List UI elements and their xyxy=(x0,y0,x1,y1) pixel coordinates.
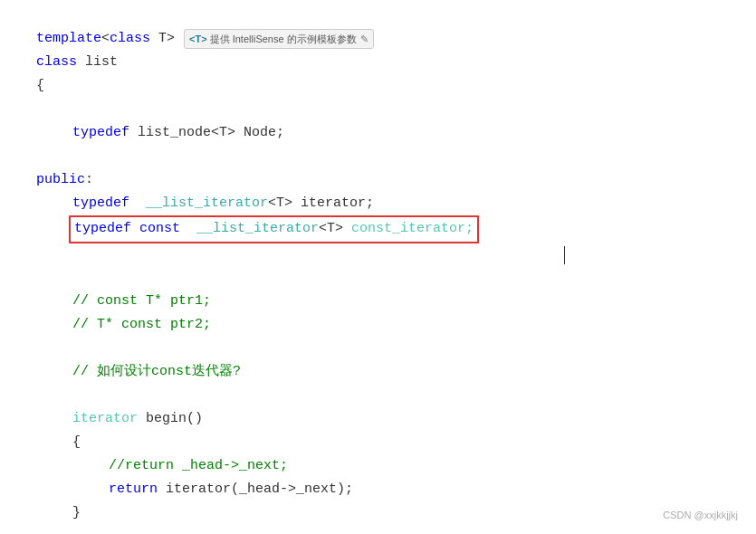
line-comment-return: //return _head->_next; xyxy=(36,455,738,479)
line-return-iterator: return iterator(_head->_next); xyxy=(36,479,738,502)
highlighted-typedef-const: typedef const __list_iterator <T> const_… xyxy=(69,215,479,243)
editor-container: template<class T> <T> 提供 IntelliSense 的示… xyxy=(0,0,756,534)
line-open-brace-outer: { xyxy=(36,74,738,98)
line-empty-4 xyxy=(36,338,738,361)
kw-class: class xyxy=(36,52,77,74)
class-name: list xyxy=(77,52,118,74)
line-public: public: xyxy=(36,168,738,192)
badge-T-label: <T> xyxy=(189,31,207,47)
edit-icon: ✎ xyxy=(360,31,368,47)
line-cursor-indicator xyxy=(36,243,738,267)
badge-text: 提供 IntelliSense 的示例模板参数 xyxy=(210,31,357,47)
line-iterator-begin: iterator begin() xyxy=(36,408,738,432)
line-typedef-iterator: typedef __list_iterator <T> iterator; xyxy=(36,192,738,215)
line-class-list: class list xyxy=(36,51,738,74)
line-typedef-node: typedef list_node <T> Node; xyxy=(36,121,738,145)
watermark: CSDN @xxjkkjjkj xyxy=(663,510,738,520)
line-template: template<class T> <T> 提供 IntelliSense 的示… xyxy=(36,27,738,51)
intellisense-badge[interactable]: <T> 提供 IntelliSense 的示例模板参数 ✎ xyxy=(184,29,374,49)
line-empty-5 xyxy=(36,385,738,408)
line-empty-1 xyxy=(36,98,738,121)
line-open-brace-begin: { xyxy=(36,432,738,455)
line-empty-2 xyxy=(36,145,738,168)
line-comment-chinese: // 如何设计const迭代器? xyxy=(36,361,738,385)
kw-template: template xyxy=(36,28,101,51)
line-empty-3 xyxy=(36,267,738,291)
line-close-brace-begin: } xyxy=(36,502,738,526)
line-comment-ptr2: // T* const ptr2; xyxy=(36,314,738,338)
line-typedef-const-iterator: typedef const __list_iterator <T> const_… xyxy=(36,215,738,243)
text-cursor xyxy=(564,246,565,264)
code-area: template<class T> <T> 提供 IntelliSense 的示… xyxy=(0,18,756,534)
line-comment-ptr1: // const T* ptr1; xyxy=(36,291,738,314)
